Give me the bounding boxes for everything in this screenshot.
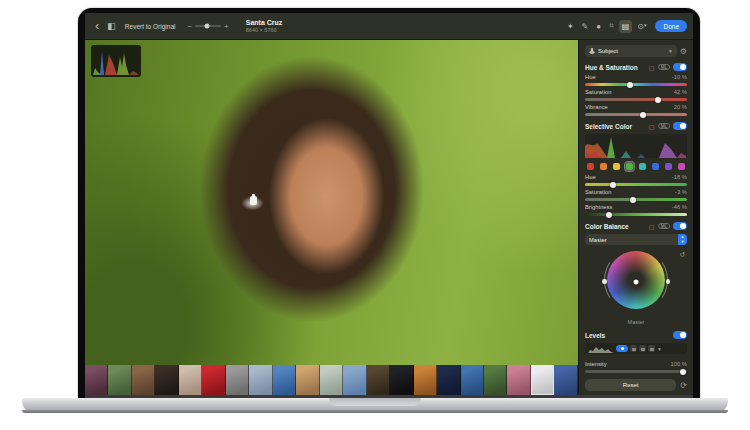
gear-icon[interactable]: ⚙ [680,47,687,56]
brightness-slider-thumb[interactable] [606,212,612,218]
intensity-slider-track[interactable] [585,370,687,373]
adjustments-panel-icon[interactable]: ▤ [619,20,633,33]
filmstrip-thumbnail[interactable] [390,365,413,395]
stepper-arrows-icon[interactable]: ▲▼ [678,234,687,245]
saturation-slider-track[interactable] [585,98,687,101]
selective-hue-slider-track[interactable] [585,183,687,186]
compare-before-after-icon[interactable]: ◧ [103,22,120,31]
revert-to-original-button[interactable]: Revert to Original [120,23,181,30]
section-title: Color Balance [585,223,646,230]
filmstrip-thumbnail[interactable] [249,365,272,395]
channel-options-chevron-icon[interactable]: ▼ [657,346,662,352]
filmstrip-thumbnail[interactable] [437,365,460,395]
back-chevron-icon[interactable]: ‹ [91,19,103,32]
zoom-out-button[interactable]: − [184,22,195,31]
filmstrip-thumbnail[interactable] [132,365,155,395]
zoom-control: − + [184,22,231,31]
hue-slider-thumb[interactable] [627,82,633,88]
vibrance-slider-thumb[interactable] [640,112,646,118]
wheel-caption: Master [585,319,687,325]
ml-auto-button[interactable]: ML [658,223,670,230]
filmstrip-thumbnail[interactable] [507,365,530,395]
retouch-icon[interactable]: ● [593,20,604,33]
filmstrip-thumbnail[interactable] [367,365,390,395]
vibrance-slider-track[interactable] [585,113,687,116]
filmstrip-thumbnail[interactable] [85,365,108,395]
wheel-right-handle[interactable] [666,279,671,284]
range-dropdown-value: Master [589,237,678,243]
more-options-icon[interactable]: ⊙▾ [634,20,649,33]
color-swatch[interactable] [625,162,634,171]
filmstrip-thumbnail[interactable] [226,365,249,395]
color-swatch[interactable] [638,162,647,171]
filmstrip-thumbnail[interactable] [554,365,577,395]
color-swatch[interactable] [664,162,673,171]
color-swatch[interactable] [586,162,595,171]
filmstrip-thumbnail[interactable] [414,365,437,395]
brightness-slider-track[interactable] [585,213,687,216]
crop-icon[interactable]: ⌗ [606,19,617,33]
filmstrip-thumbnail[interactable] [155,365,178,395]
slider-label: Brightness [585,204,612,210]
brush-icon[interactable]: ✎ [579,20,592,33]
zoom-slider-thumb[interactable] [204,24,209,29]
color-balance-toggle[interactable] [673,222,687,230]
preset-dropdown[interactable]: Subject ▼ [585,45,677,57]
show-original-icon[interactable]: ▢ [649,123,655,130]
channel-rgb-button[interactable] [616,345,628,352]
filmstrip-thumbnail[interactable] [296,365,319,395]
filmstrip-thumbnail[interactable] [108,365,131,395]
edited-photo-portrait [85,40,578,395]
repair-wand-icon[interactable]: ✦ [564,20,577,33]
preset-dropdown-value: Subject [598,48,665,54]
color-wheel-area: ↺ Master [585,249,687,325]
selective-hue-slider-thumb[interactable] [610,182,616,188]
selective-saturation-slider-thumb[interactable] [630,197,636,203]
filmstrip-thumbnail[interactable] [179,365,202,395]
reset-history-icon[interactable]: ⟳ [680,381,687,390]
done-button[interactable]: Done [655,20,687,32]
laptop-base [22,398,728,413]
reset-button[interactable]: Reset [585,379,676,391]
show-original-icon[interactable]: ▢ [649,223,655,230]
wheel-center-handle[interactable] [634,280,639,285]
ml-auto-button[interactable]: ML [658,123,670,130]
color-swatch[interactable] [651,162,660,171]
levels-toggle[interactable] [673,331,687,339]
zoom-slider[interactable] [195,25,221,27]
slider-value: -46 % [672,204,687,210]
subject-person-icon [589,48,595,54]
show-original-icon[interactable]: ▢ [649,64,655,71]
photo-canvas[interactable] [85,40,578,395]
wheel-reset-icon[interactable]: ↺ [679,251,685,259]
channel-green-button[interactable] [639,345,646,352]
wheel-left-handle[interactable] [602,279,607,284]
color-balance-range-dropdown[interactable]: Master ▲▼ [585,234,687,245]
zoom-in-button[interactable]: + [221,22,232,31]
ml-auto-button[interactable]: ML [658,64,670,71]
toolbar-right-tools: ✦ ✎ ● ⌗ ▤ ⊙▾ Done [564,19,687,33]
color-swatch[interactable] [677,162,686,171]
slider-intensity: Intensity 100 % [585,361,687,373]
saturation-slider-thumb[interactable] [655,97,661,103]
filmstrip-thumbnail[interactable] [343,365,366,395]
hue-slider-track[interactable] [585,83,687,86]
selective-color-toggle[interactable] [673,122,687,130]
channel-blue-button[interactable] [648,345,655,352]
reset-row: Reset ⟳ [585,379,687,391]
filmstrip-thumbnail[interactable] [531,365,554,395]
filmstrip-thumbnail[interactable] [320,365,343,395]
hue-saturation-toggle[interactable] [673,63,687,71]
filmstrip-thumbnail[interactable] [461,365,484,395]
filmstrip-thumbnail[interactable] [273,365,296,395]
color-balance-wheel[interactable] [607,251,665,309]
filmstrip-thumbnail[interactable] [202,365,225,395]
color-swatch-chip [613,163,620,170]
selective-saturation-slider-track[interactable] [585,198,687,201]
channel-red-button[interactable] [630,345,637,352]
color-swatch[interactable] [599,162,608,171]
filmstrip-thumbnail[interactable] [484,365,507,395]
color-swatch[interactable] [612,162,621,171]
intensity-slider-thumb[interactable] [680,369,686,375]
color-balance-header: Color Balance ▢ ML [585,222,687,230]
